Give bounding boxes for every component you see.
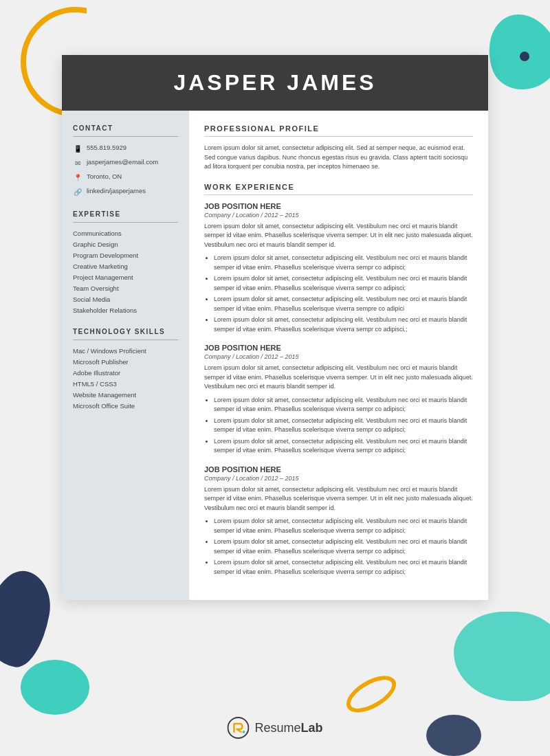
job-description: Lorem ipsum dolor sit amet, consectetur … bbox=[204, 222, 473, 250]
expertise-divider bbox=[73, 222, 178, 223]
resume-sidebar: CONTACT 📱 555.819.5929 ✉ jasperjames@ema… bbox=[62, 111, 189, 600]
list-item: Stakeholder Relations bbox=[73, 307, 178, 314]
job-subtitle: Company / Location / 2012 – 2015 bbox=[204, 212, 473, 219]
list-item: Lorem ipsum dolor sit amet, consectetur … bbox=[214, 295, 473, 313]
list-item: Graphic Design bbox=[73, 241, 178, 248]
job-title: JOB POSITION HERE bbox=[204, 465, 473, 474]
resume-header: JASPER JAMES bbox=[62, 55, 488, 111]
linkedin-text: linkedin/jasperjames bbox=[87, 187, 146, 194]
contact-section: CONTACT 📱 555.819.5929 ✉ jasperjames@ema… bbox=[73, 124, 178, 197]
branding-bold: Lab bbox=[301, 721, 323, 735]
branding-name: ResumeLab bbox=[254, 721, 322, 735]
job-bullets: Lorem ipsum dolor sit amet, consectetur … bbox=[204, 517, 473, 577]
list-item: Lorem ipsum dolor sit amet, consectetur … bbox=[214, 315, 473, 334]
phone-icon: 📱 bbox=[73, 144, 82, 153]
list-item: Team Oversight bbox=[73, 285, 178, 292]
list-item: Mac / Windows Proficient bbox=[73, 347, 178, 355]
contact-linkedin: 🔗 linkedin/jasperjames bbox=[73, 187, 178, 197]
list-item: Social Media bbox=[73, 296, 178, 303]
email-text: jasperjames@email.com bbox=[87, 158, 158, 166]
list-item: Microsoft Office Suite bbox=[73, 402, 178, 410]
work-section-title: WORK EXPERIENCE bbox=[204, 183, 473, 191]
tech-title: TECHNOLOGY SKILLS bbox=[73, 328, 178, 335]
candidate-name: JASPER JAMES bbox=[82, 70, 468, 96]
list-item: Lorem ipsum dolor sit amet, consectetur … bbox=[214, 537, 473, 556]
svg-point-0 bbox=[228, 718, 248, 738]
linkedin-icon: 🔗 bbox=[73, 188, 82, 197]
svg-point-1 bbox=[242, 731, 245, 733]
location-text: Toronto, ON bbox=[87, 173, 122, 180]
list-item: Lorem ipsum dolor sit amet, consectetur … bbox=[214, 416, 473, 435]
decoration-teal-dot bbox=[520, 52, 529, 61]
job-description: Lorem ipsum dolor sit amet, consectetur … bbox=[204, 364, 473, 392]
resumelab-logo-icon bbox=[227, 717, 249, 739]
email-icon: ✉ bbox=[73, 159, 82, 168]
expertise-section: EXPERTISE Communications Graphic Design … bbox=[73, 210, 178, 314]
list-item: Lorem ipsum dolor sit amet, consectetur … bbox=[214, 396, 473, 414]
job-entry-2: JOB POSITION HERE Company / Location / 2… bbox=[204, 344, 473, 456]
resume-main: PROFESSIONAL PROFILE Lorem ipsum dolor s… bbox=[189, 111, 488, 600]
list-item: Lorem ipsum dolor sit amet, consectetur … bbox=[214, 437, 473, 456]
list-item: Lorem ipsum dolor sit amet, consectetur … bbox=[214, 517, 473, 535]
list-item: Lorem ipsum dolor sit amet, consectetur … bbox=[214, 558, 473, 577]
branding-bar: ResumeLab bbox=[227, 717, 322, 739]
job-entry-3: JOB POSITION HERE Company / Location / 2… bbox=[204, 465, 473, 577]
resume-body: CONTACT 📱 555.819.5929 ✉ jasperjames@ema… bbox=[62, 111, 488, 600]
contact-title: CONTACT bbox=[73, 124, 178, 132]
list-item: Lorem ipsum dolor sit amet, consectetur … bbox=[214, 254, 473, 272]
job-subtitle: Company / Location / 2012 – 2015 bbox=[204, 353, 473, 360]
tech-section: TECHNOLOGY SKILLS Mac / Windows Proficie… bbox=[73, 328, 178, 410]
list-item: Creative Marketing bbox=[73, 263, 178, 270]
list-item: Website Management bbox=[73, 391, 178, 399]
decoration-yellow-ellipse bbox=[340, 669, 402, 720]
contact-location: 📍 Toronto, ON bbox=[73, 173, 178, 182]
list-item: Communications bbox=[73, 230, 178, 237]
job-description: Lorem ipsum dolor sit amet, consectetur … bbox=[204, 485, 473, 513]
location-icon: 📍 bbox=[73, 173, 82, 182]
list-item: HTML5 / CSS3 bbox=[73, 380, 178, 388]
decoration-dark-bottom bbox=[426, 715, 481, 756]
work-divider bbox=[204, 194, 473, 195]
job-subtitle: Company / Location / 2012 – 2015 bbox=[204, 475, 473, 482]
job-title: JOB POSITION HERE bbox=[204, 344, 473, 352]
job-entry-1: JOB POSITION HERE Company / Location / 2… bbox=[204, 202, 473, 335]
decoration-dark-left bbox=[0, 566, 56, 671]
job-bullets: Lorem ipsum dolor sit amet, consectetur … bbox=[204, 254, 473, 334]
phone-text: 555.819.5929 bbox=[87, 144, 126, 151]
job-bullets: Lorem ipsum dolor sit amet, consectetur … bbox=[204, 396, 473, 456]
expertise-title: EXPERTISE bbox=[73, 210, 178, 218]
contact-divider bbox=[73, 136, 178, 137]
list-item: Project Management bbox=[73, 274, 178, 281]
decoration-teal-right bbox=[477, 4, 550, 99]
contact-email: ✉ jasperjames@email.com bbox=[73, 158, 178, 168]
profile-text: Lorem ipsum dolor sit amet, consectetur … bbox=[204, 144, 473, 172]
list-item: Program Development bbox=[73, 252, 178, 259]
list-item: Lorem ipsum dolor sit amet, consectetur … bbox=[214, 274, 473, 293]
list-item: Microsoft Publisher bbox=[73, 358, 178, 366]
list-item: Adobe Illustrator bbox=[73, 369, 178, 377]
profile-divider bbox=[204, 136, 473, 137]
job-title: JOB POSITION HERE bbox=[204, 202, 473, 210]
profile-section-title: PROFESSIONAL PROFILE bbox=[204, 124, 473, 133]
decoration-teal-bottom-right bbox=[454, 612, 550, 701]
decoration-teal-bottom-left bbox=[21, 660, 89, 715]
contact-phone: 📱 555.819.5929 bbox=[73, 144, 178, 153]
tech-divider bbox=[73, 340, 178, 340]
resume-document: JASPER JAMES CONTACT 📱 555.819.5929 ✉ ja… bbox=[62, 55, 488, 600]
